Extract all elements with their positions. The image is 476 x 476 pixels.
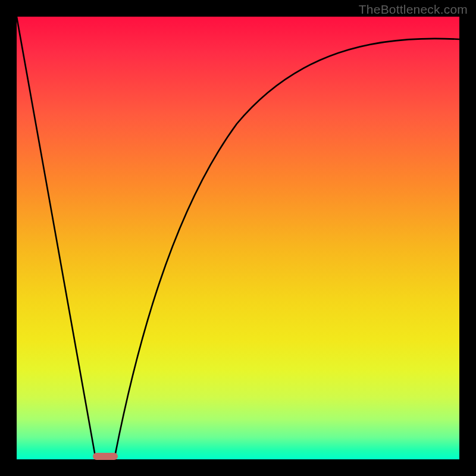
watermark-text: TheBottleneck.com: [359, 2, 468, 17]
curve-right: [114, 39, 459, 459]
chart-frame: TheBottleneck.com: [0, 0, 476, 476]
curves-svg: [17, 17, 459, 459]
bottleneck-marker: [93, 453, 118, 460]
plot-area: [17, 17, 459, 459]
curve-left: [17, 17, 96, 459]
